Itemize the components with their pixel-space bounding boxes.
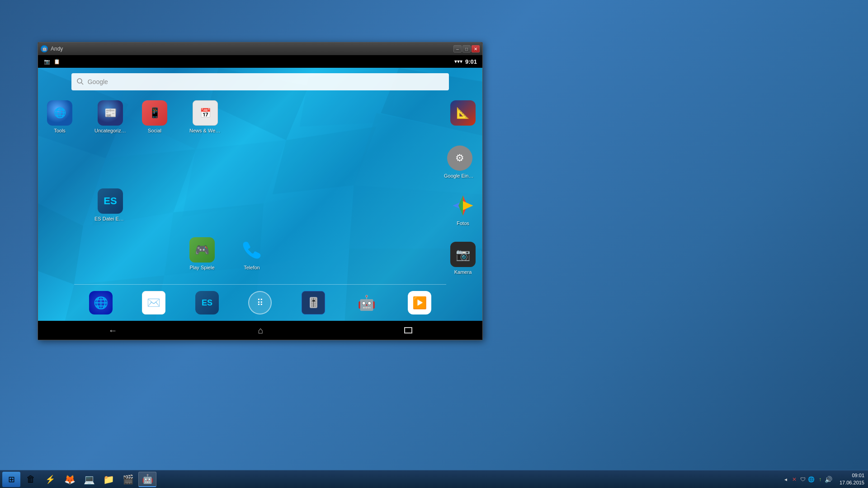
tools-icon: 🌐 [47,100,72,126]
news-wetter-icon: 📅 [193,100,218,126]
app-play-spiele[interactable]: 🎮 Play Spiele [187,235,217,272]
dock-browser[interactable]: 🌐 [89,291,113,314]
system-tray: ◂ ✕ 🛡 🌐 ↑ 🔊 [778,476,836,483]
svg-point-19 [77,79,82,83]
news-wetter-label: News & Wetter [189,128,221,133]
es-file-icon: ES [98,188,123,214]
telefon-svg [241,239,263,261]
taskbar-media[interactable]: 🎬 [119,472,137,487]
window-title: Andy [51,46,63,52]
uncategorized-icon: 📰 [98,100,123,126]
taskbar-thunder[interactable]: ⚡ [41,472,59,487]
svg-marker-24 [458,196,463,216]
telefon-icon [239,237,264,263]
restore-button[interactable]: □ [462,45,471,52]
android-nav-bar: ← ⌂ [38,321,482,340]
fotos-svg [452,194,474,217]
taskbar-andy-active[interactable]: 🤖 [138,472,156,487]
nav-home[interactable]: ⌂ [258,325,263,336]
dock-es-file[interactable]: ES [195,291,219,314]
app-social[interactable]: 📱 Social [140,98,170,136]
tray-network: 🌐 [808,476,815,483]
app-es-file[interactable]: ES ES Datei Explorer [92,186,128,224]
app-kamera[interactable]: 📷 Kamera [448,239,478,277]
taskbar-recycle-bin[interactable]: 🗑 [22,472,40,487]
taskbar-clock[interactable]: 09:01 17.06.2015 [836,472,868,486]
google-settings-icon: ⚙ [447,145,472,171]
status-bar-left: 📷 📋 [43,58,61,65]
android-search-bar[interactable]: Google [71,73,449,90]
andy-emulator-window: 🤖 Andy – □ ✕ 📷 📋 ▾▾▾ 9:01 [38,42,483,340]
taskbar-firefox[interactable]: 🦊 [61,472,79,487]
kamera-icon: 📷 [450,242,476,267]
taskbar-apps: ⊞ 🗑 ⚡ 🦊 💻 📁 🎬 🤖 [0,472,778,487]
window-controls: – □ ✕ [453,45,480,52]
dock-gmail[interactable]: ✉️ [142,291,165,314]
window-titlebar: 🤖 Andy – □ ✕ [38,42,482,55]
app-google-settings[interactable]: ⚙ Google Einstellungen [442,143,478,181]
app-tools[interactable]: 🌐 Tools [45,98,75,136]
dock-play-store[interactable]: ▶️ [408,291,431,314]
tray-speaker[interactable]: 🔊 [825,476,832,483]
search-placeholder: Google [88,78,108,85]
tray-update: ↑ [816,476,824,483]
title-left: 🤖 Andy [41,45,63,52]
search-icon [77,78,84,85]
taskbar-start-button[interactable]: ⊞ [2,472,20,487]
windows-taskbar: ⊞ 🗑 ⚡ 🦊 💻 📁 🎬 🤖 ◂ [0,470,868,488]
tray-shield: 🛡 [799,476,807,483]
app-fotos[interactable]: Fotos [448,191,478,228]
wifi-icon: ▾▾▾ [454,58,462,65]
taskbar-date: 17.06.2015 [840,479,864,486]
android-screen: 📷 📋 ▾▾▾ 9:01 [38,55,482,340]
fotos-icon [450,193,476,218]
close-button[interactable]: ✕ [472,45,480,52]
dock-android-robot[interactable]: 🤖 [355,291,378,314]
android-wallpaper: Google 🌐 Tools 📰 Uncateg [38,68,482,321]
dock-apps-menu[interactable]: ⠿ [248,291,272,314]
nav-back[interactable]: ← [108,325,117,336]
window-app-icon: 🤖 [41,45,48,52]
taskbar-file-explorer[interactable]: 📁 [99,472,118,487]
play-spiele-icon: 🎮 [189,237,215,263]
apptomarket-icon: 📐 [450,100,476,126]
telefon-label: Telefon [244,265,259,270]
taskbar-time: 09:01 [852,472,864,479]
app-telefon[interactable]: Telefon [237,235,267,272]
notification-icon-1: 📷 [43,58,51,65]
svg-line-20 [81,83,83,84]
tray-x: ✕ [791,476,798,483]
nav-recents[interactable] [404,327,412,333]
app-apptomarket[interactable]: 📐 [448,98,478,130]
app-uncategorized[interactable]: 📰 Uncategorized [92,98,128,136]
uncategorized-label: Uncategorized [94,128,126,133]
tools-label: Tools [54,128,66,133]
taskbar-explorer[interactable]: 💻 [80,472,98,487]
tray-chevron[interactable]: ◂ [782,476,789,483]
social-label: Social [148,128,161,133]
minimize-button[interactable]: – [453,45,462,52]
notification-icon-2: 📋 [53,58,61,65]
svg-marker-23 [463,201,473,210]
es-file-label: ES Datei Explorer [94,216,126,221]
android-dock: 🌐 ✉️ ES ⠿ 🎚️ [38,285,482,321]
kamera-label: Kamera [454,269,472,275]
dock-equalizer[interactable]: 🎚️ [302,291,325,314]
status-time: 9:01 [465,58,477,65]
fotos-label: Fotos [457,221,469,226]
social-icon: 📱 [142,100,167,126]
android-status-bar: 📷 📋 ▾▾▾ 9:01 [38,55,482,68]
status-bar-right: ▾▾▾ 9:01 [454,58,477,65]
app-grid: 🌐 Tools 📰 Uncategorized 📱 Social [38,96,482,284]
google-settings-label: Google Einstellungen [444,173,476,178]
app-news-wetter[interactable]: 📅 News & Wetter [187,98,223,136]
play-spiele-label: Play Spiele [189,265,214,270]
